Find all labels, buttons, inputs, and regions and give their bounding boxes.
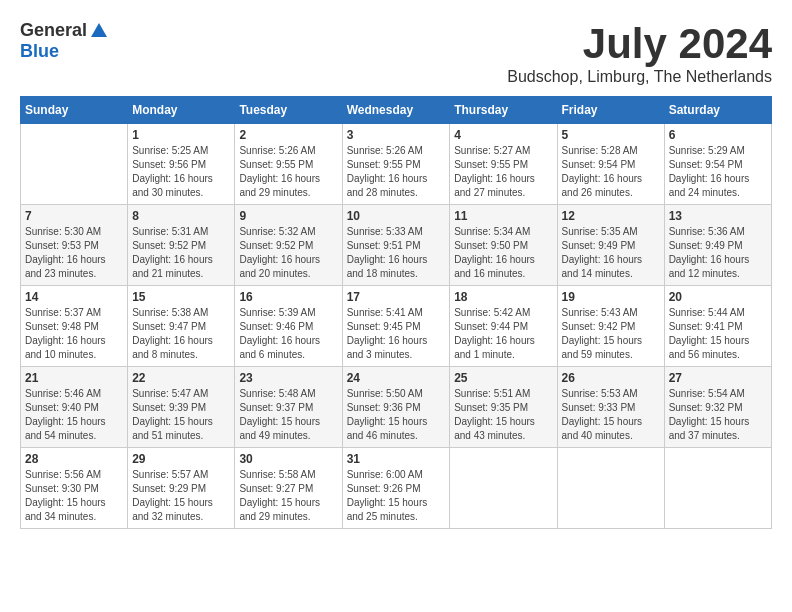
calendar-cell xyxy=(557,448,664,529)
svg-marker-0 xyxy=(91,23,107,37)
calendar-cell: 14Sunrise: 5:37 AM Sunset: 9:48 PM Dayli… xyxy=(21,286,128,367)
calendar-cell: 21Sunrise: 5:46 AM Sunset: 9:40 PM Dayli… xyxy=(21,367,128,448)
day-number: 10 xyxy=(347,209,446,223)
calendar-cell: 6Sunrise: 5:29 AM Sunset: 9:54 PM Daylig… xyxy=(664,124,771,205)
day-info: Sunrise: 5:30 AM Sunset: 9:53 PM Dayligh… xyxy=(25,225,123,281)
title-section: July 2024 Budschop, Limburg, The Netherl… xyxy=(507,20,772,86)
calendar-cell xyxy=(450,448,557,529)
calendar-cell: 30Sunrise: 5:58 AM Sunset: 9:27 PM Dayli… xyxy=(235,448,342,529)
weekday-header-thursday: Thursday xyxy=(450,97,557,124)
calendar-cell: 18Sunrise: 5:42 AM Sunset: 9:44 PM Dayli… xyxy=(450,286,557,367)
calendar-cell: 4Sunrise: 5:27 AM Sunset: 9:55 PM Daylig… xyxy=(450,124,557,205)
weekday-header-friday: Friday xyxy=(557,97,664,124)
calendar-cell: 13Sunrise: 5:36 AM Sunset: 9:49 PM Dayli… xyxy=(664,205,771,286)
day-info: Sunrise: 5:58 AM Sunset: 9:27 PM Dayligh… xyxy=(239,468,337,524)
day-info: Sunrise: 5:36 AM Sunset: 9:49 PM Dayligh… xyxy=(669,225,767,281)
weekday-header-wednesday: Wednesday xyxy=(342,97,450,124)
day-number: 29 xyxy=(132,452,230,466)
day-number: 19 xyxy=(562,290,660,304)
day-info: Sunrise: 5:34 AM Sunset: 9:50 PM Dayligh… xyxy=(454,225,552,281)
day-number: 4 xyxy=(454,128,552,142)
calendar-cell xyxy=(664,448,771,529)
calendar-cell: 5Sunrise: 5:28 AM Sunset: 9:54 PM Daylig… xyxy=(557,124,664,205)
day-info: Sunrise: 5:35 AM Sunset: 9:49 PM Dayligh… xyxy=(562,225,660,281)
calendar-cell: 29Sunrise: 5:57 AM Sunset: 9:29 PM Dayli… xyxy=(128,448,235,529)
day-info: Sunrise: 5:57 AM Sunset: 9:29 PM Dayligh… xyxy=(132,468,230,524)
day-info: Sunrise: 5:38 AM Sunset: 9:47 PM Dayligh… xyxy=(132,306,230,362)
day-info: Sunrise: 5:41 AM Sunset: 9:45 PM Dayligh… xyxy=(347,306,446,362)
calendar-cell: 24Sunrise: 5:50 AM Sunset: 9:36 PM Dayli… xyxy=(342,367,450,448)
day-number: 13 xyxy=(669,209,767,223)
logo-blue: Blue xyxy=(20,41,59,62)
calendar-cell: 16Sunrise: 5:39 AM Sunset: 9:46 PM Dayli… xyxy=(235,286,342,367)
day-info: Sunrise: 5:56 AM Sunset: 9:30 PM Dayligh… xyxy=(25,468,123,524)
calendar-week-3: 14Sunrise: 5:37 AM Sunset: 9:48 PM Dayli… xyxy=(21,286,772,367)
calendar-cell: 9Sunrise: 5:32 AM Sunset: 9:52 PM Daylig… xyxy=(235,205,342,286)
page-header: General Blue July 2024 Budschop, Limburg… xyxy=(20,20,772,86)
calendar-cell xyxy=(21,124,128,205)
weekday-header-tuesday: Tuesday xyxy=(235,97,342,124)
logo: General Blue xyxy=(20,20,109,62)
day-number: 27 xyxy=(669,371,767,385)
month-title: July 2024 xyxy=(507,20,772,68)
day-number: 1 xyxy=(132,128,230,142)
day-number: 16 xyxy=(239,290,337,304)
logo-general: General xyxy=(20,20,87,41)
day-info: Sunrise: 5:37 AM Sunset: 9:48 PM Dayligh… xyxy=(25,306,123,362)
calendar-week-1: 1Sunrise: 5:25 AM Sunset: 9:56 PM Daylig… xyxy=(21,124,772,205)
calendar-body: 1Sunrise: 5:25 AM Sunset: 9:56 PM Daylig… xyxy=(21,124,772,529)
day-number: 22 xyxy=(132,371,230,385)
calendar-cell: 27Sunrise: 5:54 AM Sunset: 9:32 PM Dayli… xyxy=(664,367,771,448)
day-info: Sunrise: 5:39 AM Sunset: 9:46 PM Dayligh… xyxy=(239,306,337,362)
day-number: 12 xyxy=(562,209,660,223)
day-number: 5 xyxy=(562,128,660,142)
day-number: 25 xyxy=(454,371,552,385)
day-info: Sunrise: 5:42 AM Sunset: 9:44 PM Dayligh… xyxy=(454,306,552,362)
day-info: Sunrise: 5:32 AM Sunset: 9:52 PM Dayligh… xyxy=(239,225,337,281)
location: Budschop, Limburg, The Netherlands xyxy=(507,68,772,86)
calendar-cell: 25Sunrise: 5:51 AM Sunset: 9:35 PM Dayli… xyxy=(450,367,557,448)
calendar-cell: 10Sunrise: 5:33 AM Sunset: 9:51 PM Dayli… xyxy=(342,205,450,286)
day-info: Sunrise: 5:28 AM Sunset: 9:54 PM Dayligh… xyxy=(562,144,660,200)
day-info: Sunrise: 5:47 AM Sunset: 9:39 PM Dayligh… xyxy=(132,387,230,443)
day-number: 21 xyxy=(25,371,123,385)
day-number: 11 xyxy=(454,209,552,223)
calendar-cell: 23Sunrise: 5:48 AM Sunset: 9:37 PM Dayli… xyxy=(235,367,342,448)
day-number: 18 xyxy=(454,290,552,304)
calendar-cell: 17Sunrise: 5:41 AM Sunset: 9:45 PM Dayli… xyxy=(342,286,450,367)
day-info: Sunrise: 5:46 AM Sunset: 9:40 PM Dayligh… xyxy=(25,387,123,443)
calendar-cell: 11Sunrise: 5:34 AM Sunset: 9:50 PM Dayli… xyxy=(450,205,557,286)
calendar-table: SundayMondayTuesdayWednesdayThursdayFrid… xyxy=(20,96,772,529)
day-number: 23 xyxy=(239,371,337,385)
day-number: 6 xyxy=(669,128,767,142)
day-info: Sunrise: 5:44 AM Sunset: 9:41 PM Dayligh… xyxy=(669,306,767,362)
day-number: 2 xyxy=(239,128,337,142)
calendar-cell: 8Sunrise: 5:31 AM Sunset: 9:52 PM Daylig… xyxy=(128,205,235,286)
day-number: 31 xyxy=(347,452,446,466)
day-number: 7 xyxy=(25,209,123,223)
weekday-header-saturday: Saturday xyxy=(664,97,771,124)
weekday-header-sunday: Sunday xyxy=(21,97,128,124)
day-number: 8 xyxy=(132,209,230,223)
day-number: 15 xyxy=(132,290,230,304)
weekday-header-monday: Monday xyxy=(128,97,235,124)
day-info: Sunrise: 5:43 AM Sunset: 9:42 PM Dayligh… xyxy=(562,306,660,362)
day-number: 28 xyxy=(25,452,123,466)
calendar-week-4: 21Sunrise: 5:46 AM Sunset: 9:40 PM Dayli… xyxy=(21,367,772,448)
day-number: 20 xyxy=(669,290,767,304)
calendar-week-5: 28Sunrise: 5:56 AM Sunset: 9:30 PM Dayli… xyxy=(21,448,772,529)
day-info: Sunrise: 5:48 AM Sunset: 9:37 PM Dayligh… xyxy=(239,387,337,443)
calendar-cell: 22Sunrise: 5:47 AM Sunset: 9:39 PM Dayli… xyxy=(128,367,235,448)
day-number: 9 xyxy=(239,209,337,223)
calendar-cell: 2Sunrise: 5:26 AM Sunset: 9:55 PM Daylig… xyxy=(235,124,342,205)
day-info: Sunrise: 6:00 AM Sunset: 9:26 PM Dayligh… xyxy=(347,468,446,524)
day-info: Sunrise: 5:31 AM Sunset: 9:52 PM Dayligh… xyxy=(132,225,230,281)
day-info: Sunrise: 5:33 AM Sunset: 9:51 PM Dayligh… xyxy=(347,225,446,281)
day-number: 30 xyxy=(239,452,337,466)
day-number: 17 xyxy=(347,290,446,304)
calendar-header-row: SundayMondayTuesdayWednesdayThursdayFrid… xyxy=(21,97,772,124)
calendar-cell: 28Sunrise: 5:56 AM Sunset: 9:30 PM Dayli… xyxy=(21,448,128,529)
day-number: 3 xyxy=(347,128,446,142)
calendar-cell: 31Sunrise: 6:00 AM Sunset: 9:26 PM Dayli… xyxy=(342,448,450,529)
logo-icon xyxy=(89,21,109,41)
